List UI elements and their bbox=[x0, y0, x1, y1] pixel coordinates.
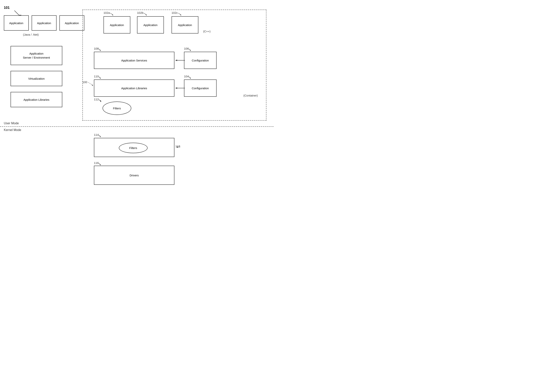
mode-separator bbox=[0, 126, 274, 127]
title-arrow bbox=[4, 6, 19, 15]
virtualization-box: Virtualization bbox=[11, 71, 62, 86]
id-102b-arrow bbox=[137, 11, 145, 15]
kernel-mode-label: Kernel Mode bbox=[4, 128, 21, 132]
id-118-arrow bbox=[175, 146, 181, 148]
config-106-box: Configuration bbox=[184, 52, 217, 69]
left-app-box-1: Application bbox=[4, 15, 29, 31]
id-116-arrow bbox=[94, 161, 100, 165]
cpp-label: (C++) bbox=[203, 30, 211, 33]
id-106-arrow bbox=[184, 47, 190, 51]
svg-line-28 bbox=[99, 163, 101, 165]
container-app-box-102c: Application bbox=[171, 16, 198, 33]
container-label: (Container) bbox=[243, 94, 258, 97]
app-server-box: ApplicationServer / Environment bbox=[11, 46, 62, 65]
id-100-arrow bbox=[82, 80, 94, 86]
id-102a-arrow bbox=[103, 11, 111, 15]
diagram: 101 Application Application Application … bbox=[0, 0, 274, 196]
id-104-arrow bbox=[184, 75, 190, 79]
left-app-box-2: Application bbox=[32, 15, 56, 31]
user-mode-label: User Mode bbox=[4, 122, 19, 125]
id-112-arrow bbox=[94, 98, 100, 101]
svg-marker-15 bbox=[175, 60, 177, 61]
id-114-arrow bbox=[94, 133, 100, 137]
filters-oval-112: Filters bbox=[103, 101, 131, 115]
left-app-libraries-box: Application Libraries bbox=[11, 92, 62, 107]
java-net-label: (Java / .Net) bbox=[23, 33, 39, 36]
svg-line-24 bbox=[99, 135, 101, 137]
config-104-box: Configuration bbox=[184, 80, 217, 97]
container-app-box-102a: Application bbox=[103, 16, 130, 33]
svg-marker-21 bbox=[175, 87, 177, 89]
id-102c-arrow bbox=[171, 11, 179, 15]
id-108-arrow bbox=[94, 47, 100, 51]
svg-marker-3 bbox=[91, 84, 93, 86]
container-app-libraries-box: Application Libraries bbox=[94, 80, 174, 97]
arrow-104-to-libraries bbox=[174, 87, 185, 89]
svg-marker-27 bbox=[176, 146, 178, 148]
drivers-box: Drivers bbox=[94, 166, 174, 185]
container-app-box-102b: Application bbox=[137, 16, 164, 33]
app-services-box: Application Services bbox=[94, 52, 174, 69]
left-app-box-3: Application bbox=[59, 15, 84, 31]
id-110-arrow bbox=[94, 75, 100, 79]
filters-oval-118: Filters bbox=[119, 143, 148, 153]
arrow-106-to-services bbox=[174, 59, 185, 61]
